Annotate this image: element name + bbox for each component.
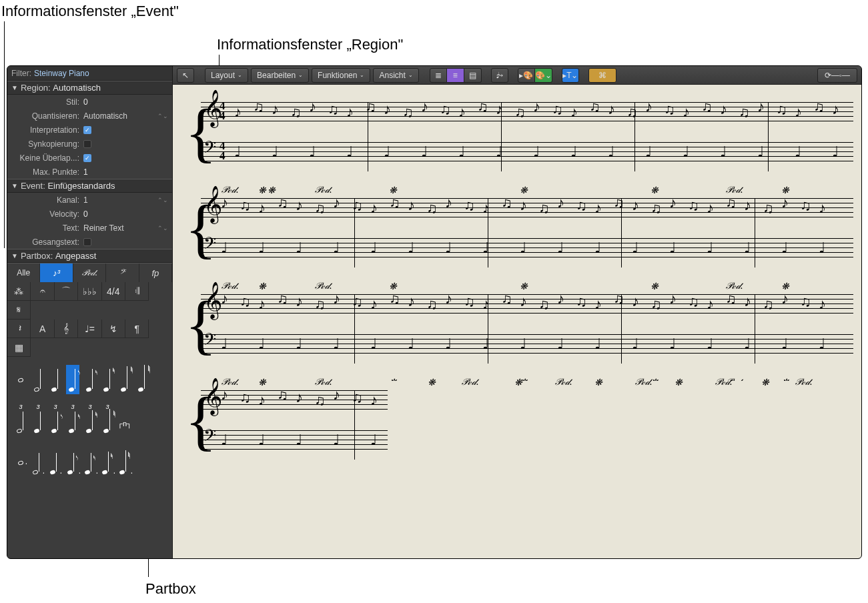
note-whole[interactable] [14, 365, 27, 394]
functions-menu[interactable]: Funktionen⌄ [312, 68, 370, 83]
note-glyph: ♩ [707, 239, 713, 257]
maxdots-row[interactable]: Max. Punkte: 1 [7, 165, 172, 179]
color-tool-button[interactable]: ▸🎨 [518, 68, 535, 83]
note-glyph: ♩ [408, 336, 414, 353]
note-triplet-16th[interactable]: 3𝅯 [66, 406, 79, 436]
note-triplet-half[interactable]: 3 [14, 406, 27, 436]
channel-row[interactable]: Kanal: 1 ⌃⌄ [7, 193, 172, 207]
note-glyph: ♩ [795, 143, 801, 161]
note-eighth-selected[interactable]: 𝅮 [66, 365, 79, 394]
link-button[interactable]: ⌘ [588, 68, 616, 83]
note-dotted-16th[interactable]: 𝅯. [83, 448, 97, 477]
note-glyph: ♫ [314, 392, 326, 409]
view-page-button[interactable]: ▤ [464, 68, 482, 83]
partbox-tab-clefs[interactable]: 𝄢 [106, 263, 139, 282]
tool-button[interactable]: ▸T⌄ [562, 68, 579, 83]
note-glyph: ♩ [720, 143, 727, 161]
partbox-symbol[interactable]: ♩= [78, 320, 101, 338]
partbox-symbol[interactable]: 𝄐 [31, 282, 54, 301]
partbox-symbol[interactable]: 𝄇 [125, 282, 149, 301]
note-glyph: ♪ [221, 290, 228, 308]
partbox-symbol[interactable]: ¶ [125, 320, 149, 338]
quantize-row[interactable]: Quantisieren: Automatisch ⌃⌄ [7, 109, 172, 123]
partbox-header[interactable]: ▼ Partbox: Angepasst [7, 249, 172, 263]
back-button[interactable]: ↖ [177, 68, 194, 83]
note-glyph: ♩ [557, 239, 564, 257]
lyrics-row[interactable]: Gesangstext: [7, 235, 172, 249]
note-ntuplet[interactable]: ┌n┐ [118, 406, 131, 436]
color-palette-button[interactable]: 🎨⌄ [535, 68, 552, 83]
note-glyph: ♪ [496, 101, 503, 118]
partbox-tab-notes[interactable]: ♪³ [40, 263, 73, 282]
partbox-symbol[interactable]: 4/4 [102, 282, 125, 301]
note-triplet-64th[interactable]: 3𝅱 [101, 406, 114, 436]
partbox-symbol[interactable]: A [31, 320, 54, 338]
interpretation-row[interactable]: Interpretation: ✓ [7, 123, 172, 137]
velocity-row[interactable]: Velocity: 0 [7, 207, 172, 221]
note-glyph: ♪ [296, 197, 303, 214]
nooverlap-checkbox[interactable]: ✓ [83, 154, 91, 162]
partbox-symbol[interactable]: ▦ [7, 338, 31, 357]
partbox-symbol[interactable]: ⌒ [55, 282, 78, 301]
note-glyph: ♩ [819, 336, 825, 353]
note-dotted-whole[interactable]: . [14, 448, 27, 477]
nooverlap-row[interactable]: Keine Überlap...: ✓ [7, 151, 172, 165]
interpretation-checkbox[interactable]: ✓ [83, 126, 91, 134]
note-half[interactable] [31, 365, 45, 394]
partbox-header-value: Angepasst [55, 251, 168, 261]
event-header[interactable]: ▼ Event: Einfügestandards [7, 179, 172, 193]
maxdots-value: 1 [83, 167, 168, 177]
interpretation-label: Interpretation: [11, 125, 83, 135]
text-label: Text: [11, 223, 83, 233]
partbox-symbol[interactable]: 𝄞 [55, 320, 78, 338]
note-quarter[interactable] [49, 365, 62, 394]
treble-staff[interactable]: 𝒫ℯ𝒹. 𝄞 ♪♫♪❋♫♪♫𝒫ℯ𝒹.♪♫♪♫❋♪♫♪♫♪♫♪❋♫♪♫♪♫♪♫❋♪… [181, 285, 853, 325]
partbox-symbol[interactable]: ⁂ [7, 282, 31, 301]
style-row[interactable]: Stil: 0 [7, 95, 172, 109]
text-row[interactable]: Text: Reiner Text ⌃⌄ [7, 221, 172, 235]
note-glyph: ♫ [552, 101, 563, 118]
treble-staff[interactable]: 𝒫ℯ𝒹. ❋ 𝄞 ♪♫♪❋♫♪♫𝒫ℯ𝒹.♪♫♪♫❋♪♫♪♫♪♫♪❋♫♪♫♪♫♪♫… [181, 189, 853, 229]
treble-staff[interactable]: 𝄞 44 ♪♫♪♫♪♫♪♫♪♫♪♫♪♫♪♫♪♫♪♫♪♫♪♫♪♫♪♫♪♫♪♫♪ [181, 93, 853, 133]
partbox-tab-dynamics[interactable]: fp [139, 263, 172, 282]
main-area: ↖ Layout⌄ Bearbeiten⌄ Funktionen⌄ Ansich… [173, 66, 861, 558]
edit-menu[interactable]: Bearbeiten⌄ [251, 68, 309, 83]
region-header[interactable]: ▼ Region: Automatisch [7, 81, 172, 95]
filter-row[interactable]: Filter: Steinway Piano [7, 66, 172, 81]
note-dotted-64th[interactable]: 𝅱. [118, 448, 131, 477]
note-64th[interactable]: 𝅱 [118, 365, 131, 394]
bass-staff[interactable]: 𝄢 44 ♩♩♩♩♩♩♩♩♩♩♩♩♩♩♩♩♩ [181, 133, 853, 173]
midi-in-button[interactable]: 𝅘𝅥⤳ [491, 68, 508, 83]
partbox-symbol[interactable]: 𝄋 [7, 301, 31, 320]
layout-menu[interactable]: Layout⌄ [205, 68, 248, 83]
partbox-tab-pedal[interactable]: 𝒫ℯ𝒹. [73, 263, 106, 282]
note-dotted-32nd[interactable]: 𝅰. [101, 448, 114, 477]
barline [621, 198, 622, 267]
view-wrapped-button[interactable]: ≡ [447, 68, 464, 83]
note-triplet-32nd[interactable]: 3𝅰 [83, 406, 97, 436]
note-triplet-quarter[interactable]: 3 [31, 406, 45, 436]
view-linear-button[interactable]: ≣ [430, 68, 447, 83]
partbox-symbol[interactable]: 𝄽 [7, 320, 31, 338]
note-triplet-8th[interactable]: 3𝅮 [49, 406, 62, 436]
view-menu[interactable]: Ansicht⌄ [373, 68, 418, 83]
note-dotted-quarter[interactable]: . [49, 448, 62, 477]
zoom-slider[interactable]: ⟳—◦— [817, 68, 857, 83]
partbox-symbol[interactable]: ↯ [102, 320, 125, 338]
lyrics-checkbox[interactable] [83, 238, 91, 246]
syncopation-checkbox[interactable] [83, 140, 91, 148]
partbox-tab-all[interactable]: Alle [7, 263, 40, 282]
note-16th[interactable]: 𝅯 [83, 365, 97, 394]
note-128th[interactable]: 𝅲 [135, 365, 149, 394]
note-dotted-half[interactable]: . [31, 448, 45, 477]
note-dotted-8th[interactable]: 𝅮. [66, 448, 79, 477]
bass-staff[interactable]: 𝄢 ♩♩♩♩♩♩♩♩♩♩♩♩♩♩♩♩♩ [181, 325, 853, 365]
bass-staff[interactable]: 𝄢 ♩♩♩♩♩♩♩♩♩♩♩♩♩♩♩♩♩ [181, 229, 853, 269]
note-32nd[interactable]: 𝅰 [101, 365, 114, 394]
pedal-release-mark: ❋ [514, 377, 522, 388]
pedal-release-mark: ❋ [675, 377, 683, 388]
partbox-symbol[interactable]: ♭♭♭ [78, 282, 101, 301]
barline [768, 102, 769, 171]
score-area[interactable]: { 𝄞 44 ♪♫♪♫♪♫♪♫♪♫♪♫♪♫♪♫♪♫♪♫♪♫♪♫♪♫♪♫♪♫♪♫♪… [173, 85, 861, 558]
syncopation-row[interactable]: Synkopierung: [7, 137, 172, 151]
